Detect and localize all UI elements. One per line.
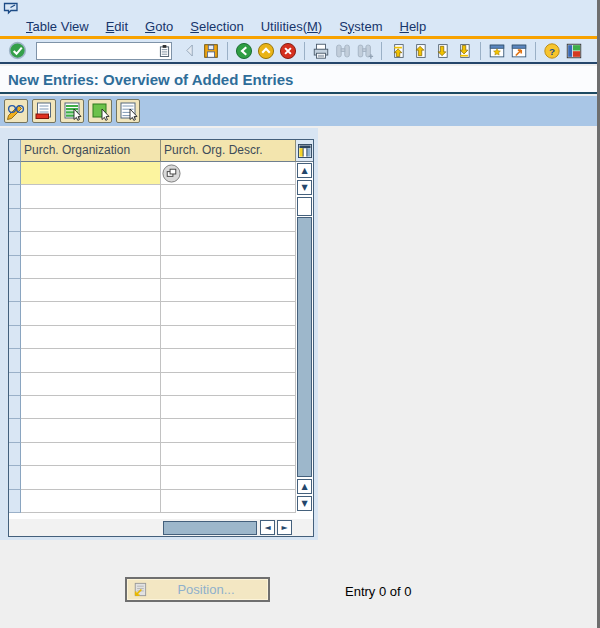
purch-org-cell[interactable] — [21, 209, 161, 232]
purch-org-descr-cell[interactable] — [161, 302, 296, 325]
table-row[interactable] — [9, 232, 296, 255]
horizontal-scrollbar[interactable]: ◄ ► — [9, 519, 313, 536]
row-selector[interactable] — [9, 373, 21, 396]
vertical-scroll-track[interactable] — [297, 217, 312, 477]
table-row[interactable] — [9, 466, 296, 489]
column-header-purch-org-descr[interactable]: Purch. Org. Descr. — [161, 140, 296, 162]
scroll-up-button-bottom[interactable]: ▲ — [297, 479, 312, 494]
horizontal-scroll-thumb[interactable] — [163, 521, 257, 535]
table-row[interactable] — [9, 185, 296, 208]
purch-org-cell[interactable] — [21, 490, 161, 513]
menu-utilities[interactable]: Utilities(M) — [261, 19, 322, 34]
scroll-left-button[interactable]: ◄ — [260, 520, 275, 535]
purch-org-descr-cell[interactable] — [161, 373, 296, 396]
table-row[interactable] — [9, 279, 296, 302]
command-history-icon[interactable] — [159, 44, 170, 58]
select-block-button[interactable] — [88, 99, 112, 123]
purch-org-cell[interactable] — [21, 419, 161, 442]
purch-org-descr-cell[interactable] — [161, 256, 296, 279]
first-page-button[interactable] — [388, 41, 408, 61]
purch-org-cell[interactable] — [21, 443, 161, 466]
row-selector[interactable] — [9, 256, 21, 279]
purch-org-descr-cell[interactable] — [161, 443, 296, 466]
row-selector[interactable] — [9, 490, 21, 513]
table-row[interactable] — [9, 396, 296, 419]
select-all-corner[interactable] — [9, 140, 21, 162]
purch-org-cell[interactable] — [21, 256, 161, 279]
purch-org-cell[interactable] — [21, 302, 161, 325]
menu-system[interactable]: System — [339, 19, 382, 34]
purch-org-descr-cell[interactable] — [161, 466, 296, 489]
purch-org-descr-cell[interactable] — [161, 349, 296, 372]
row-selector[interactable] — [9, 349, 21, 372]
column-header-purch-organization[interactable]: Purch. Organization — [21, 140, 161, 162]
back-button[interactable] — [234, 41, 254, 61]
row-selector[interactable] — [9, 396, 21, 419]
purch-org-cell[interactable] — [21, 162, 161, 185]
vertical-scrollbar[interactable]: ▲ ▼ ▲ ▼ — [296, 162, 313, 513]
table-row[interactable] — [9, 349, 296, 372]
scroll-down-button[interactable]: ▼ — [297, 180, 312, 195]
row-selector[interactable] — [9, 302, 21, 325]
row-selector[interactable] — [9, 466, 21, 489]
purch-org-cell[interactable] — [21, 466, 161, 489]
page-down-button[interactable] — [432, 41, 452, 61]
scroll-up-button[interactable]: ▲ — [297, 163, 312, 178]
purch-org-descr-cell[interactable] — [161, 326, 296, 349]
purch-org-cell[interactable] — [21, 373, 161, 396]
purch-org-descr-cell[interactable] — [161, 490, 296, 513]
cancel-button[interactable] — [278, 41, 298, 61]
table-row[interactable] — [9, 490, 296, 513]
row-selector[interactable] — [9, 443, 21, 466]
customize-layout-button[interactable] — [564, 41, 584, 61]
table-row[interactable] — [9, 443, 296, 466]
menu-goto[interactable]: Goto — [145, 19, 173, 34]
table-row[interactable] — [9, 419, 296, 442]
purch-org-cell[interactable] — [21, 326, 161, 349]
command-input[interactable] — [36, 42, 172, 60]
purch-org-cell[interactable] — [21, 232, 161, 255]
select-all-button[interactable] — [60, 99, 84, 123]
help-button[interactable]: ? — [542, 41, 562, 61]
row-selector[interactable] — [9, 279, 21, 302]
table-row[interactable] — [9, 256, 296, 279]
find-next-button[interactable] — [355, 41, 375, 61]
delete-selected-button[interactable] — [32, 99, 56, 123]
find-button[interactable] — [333, 41, 353, 61]
purch-org-descr-cell[interactable] — [161, 209, 296, 232]
purch-org-cell[interactable] — [21, 185, 161, 208]
print-button[interactable] — [311, 41, 331, 61]
purch-org-cell[interactable] — [21, 396, 161, 419]
page-up-button[interactable] — [410, 41, 430, 61]
deselect-all-button[interactable] — [116, 99, 140, 123]
scroll-right-button[interactable]: ► — [277, 520, 292, 535]
purch-org-cell[interactable] — [21, 349, 161, 372]
row-selector[interactable] — [9, 209, 21, 232]
table-row[interactable] — [9, 373, 296, 396]
table-row-active[interactable] — [9, 162, 296, 185]
row-selector[interactable] — [9, 185, 21, 208]
exit-button[interactable] — [256, 41, 276, 61]
scroll-down-button-bottom[interactable]: ▼ — [297, 496, 312, 511]
create-shortcut-button[interactable] — [509, 41, 529, 61]
menu-edit[interactable]: Edit — [106, 19, 128, 34]
position-button[interactable]: Position... — [125, 577, 270, 602]
vertical-scroll-thumb[interactable] — [297, 197, 312, 216]
purch-org-cell[interactable] — [21, 279, 161, 302]
change-display-button[interactable] — [4, 99, 28, 123]
table-settings-button[interactable] — [296, 140, 313, 162]
last-page-button[interactable] — [454, 41, 474, 61]
row-selector[interactable] — [9, 326, 21, 349]
purch-org-descr-cell[interactable] — [161, 162, 296, 185]
menu-table-view[interactable]: Table View — [26, 19, 89, 34]
enter-button[interactable] — [7, 41, 27, 61]
table-row[interactable] — [9, 302, 296, 325]
row-selector[interactable] — [9, 162, 21, 185]
purch-org-descr-cell[interactable] — [161, 396, 296, 419]
save-button[interactable] — [201, 41, 221, 61]
row-selector[interactable] — [9, 419, 21, 442]
menu-selection[interactable]: Selection — [190, 19, 243, 34]
row-selector[interactable] — [9, 232, 21, 255]
purch-org-descr-cell[interactable] — [161, 419, 296, 442]
purch-org-descr-cell[interactable] — [161, 279, 296, 302]
